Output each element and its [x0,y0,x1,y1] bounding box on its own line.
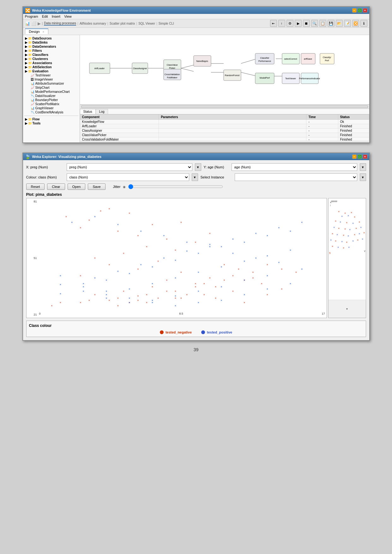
sidebar-item-scattermatrix[interactable]: 📈 ScatterPlotMatrix [28,102,78,106]
sidebar-item-imageviewer[interactable]: 🖼 ImageViewer [28,77,78,81]
toolbar-btn-3[interactable]: ⚙ [286,20,293,27]
toolbar-btn-12[interactable]: ℹ [360,20,367,27]
tab-processes[interactable]: Data mining processes [44,21,76,26]
tab-status[interactable]: Status [80,109,96,114]
toolbar-btn-11[interactable]: 🔀 [352,20,359,27]
svg-text:×: × [352,222,354,225]
kf-flow-canvas[interactable]: ArffLoader ClassAssigner ClassValue Pick… [80,35,369,105]
sidebar-item-stripchart[interactable]: 📈 StripChart [28,86,78,90]
x-axis-select[interactable]: preg (Num) [67,163,192,171]
sidebar-item-graphviewer[interactable]: 📊 GraphViewer [28,106,78,110]
instance-dropdown-btn[interactable]: ▼ [360,173,366,181]
sidebar-group-generators[interactable]: ▶ 📁 DataGenerators [24,45,78,49]
explorer-maximize-button[interactable]: □ [358,154,362,159]
toolbar-btn-6[interactable]: 🔍 [311,20,318,27]
toolbar-btn-10[interactable]: 📝 [344,20,351,27]
scatter-plot[interactable]: 81 51 21 ×××××××××××××××××××××××××××××××… [26,198,327,318]
jitter-radio[interactable]: ◉ [123,185,126,189]
svg-text:×: × [360,226,362,229]
scatter-point: × [152,282,153,285]
sidebar-item-boundary[interactable]: 📊 BoundaryPlotter [28,98,78,102]
scatter-point: × [140,230,142,232]
scatter-point: × [82,290,84,293]
tab-design[interactable]: Design × [25,28,49,34]
explorer-close-button[interactable]: × [363,154,367,159]
y-val-bot: 21 [27,313,37,316]
x-axis-dropdown-btn[interactable]: ▼ [195,163,201,171]
tab-simplecli[interactable]: Simple CLI [159,22,174,25]
toolbar-btn-5[interactable]: ⏹ [303,20,310,27]
instance-select[interactable] [235,173,357,181]
svg-text:×: × [338,227,340,230]
sidebar-item-modelperf[interactable]: 📊 ModelPerformanceChart [28,90,78,94]
scatter-point: × [281,288,282,291]
sidebar-group-attiselection[interactable]: ▶ 📁 AttiSelection [24,65,78,69]
sidebar-group-flow[interactable]: ▶ 📁 Flow [24,117,78,121]
sidebar-group-evaluation[interactable]: ▶ 📁 Evaluation [24,69,78,73]
jitter-slider[interactable] [128,184,223,189]
minimize-button[interactable]: − [352,8,357,13]
sidebar-group-filters[interactable]: ▶ 📁 Filters [24,49,78,53]
y-axis-select[interactable]: age (Num) [232,163,357,171]
svg-text:×: × [343,234,344,237]
sidebar-item-costbenefit[interactable]: 📉 CostBenefitAnalysis [28,110,78,114]
toolbar-btn-8[interactable]: 💾 [328,20,335,27]
colour-label-positive: tested_positive [207,330,232,334]
save-button[interactable]: Save [88,184,105,190]
svg-text:×: × [344,227,346,231]
chart-icon: 📈 [31,102,34,106]
svg-text:selectCorrect: selectCorrect [284,58,297,60]
sidebar-group-associations[interactable]: ▶ 📁 Associations [24,61,78,65]
toolbar-btn-4[interactable]: ▶ [295,20,302,27]
toolbar-btn-7[interactable]: 📋 [319,20,326,27]
colour-select[interactable]: class (Nom) [67,173,189,181]
tab-scatter[interactable]: Scatter plot matrix [110,22,135,25]
toolbar-btn-2[interactable]: ↑ [278,20,285,27]
colour-dot-positive [201,330,205,334]
scatter-point: × [157,297,159,299]
menu-edit[interactable]: Edit [42,15,48,18]
svg-text:×: × [335,239,336,243]
table-row: CrossValidationFoldMaker-Finished [80,137,369,141]
close-button[interactable]: × [363,8,367,13]
sidebar-item-attributesummarizer[interactable]: 📊 AttributeSummarizer [28,81,78,86]
toolbar-btn-1[interactable]: ⇤ [270,20,277,27]
menu-insert[interactable]: Insert [52,15,61,18]
kf-right-toolbar: ⇤ ↑ ⚙ ▶ ⏹ 🔍 📋 💾 📂 📝 🔀 ℹ [270,20,367,27]
tab-sql[interactable]: SQL Viewer [138,22,155,25]
sidebar-group-datasources[interactable]: ▶ 📁 DataSources [24,36,78,40]
sidebar-item-testviewer[interactable]: 📈 TestViewer [28,73,78,77]
y-axis-dropdown-btn[interactable]: ▼ [360,163,366,171]
sidebar-group-clusterers[interactable]: ▶ 📁 Clusterers [24,57,78,61]
open-button[interactable]: Open [68,184,86,190]
scatter-point: × [129,297,130,299]
colour-dropdown-btn[interactable]: ▼ [192,173,198,181]
scatter-point: × [197,271,199,274]
scatter-point: × [137,234,139,237]
sidebar-group-datasinks[interactable]: ▶ 📁 DataSinks [24,40,78,45]
menu-program[interactable]: Program [25,15,38,18]
sidebar-group-tools[interactable]: ▶ 📁 Tools [24,121,78,125]
table-row: ClassAssigner-Finished [80,129,369,133]
scatter-point: × [129,272,130,275]
scatter-point: × [220,245,222,248]
tab-allnodes[interactable]: AllNodes summary [80,22,106,25]
svg-text:×: × [354,215,355,219]
design-close-icon[interactable]: × [43,30,44,33]
svg-text:×: × [341,240,343,243]
menu-view[interactable]: View [64,15,72,18]
tab-log[interactable]: Log [96,109,108,114]
reset-button[interactable]: Reset [26,184,45,190]
toolbar-btn-9[interactable]: 📂 [336,20,343,27]
kf-menubar: Program Edit Insert View [23,14,369,19]
legend-scroll[interactable]: ▼ [346,308,348,310]
plot-drawing-area: ××××××××××××××××××××××××××××××××××××××××… [38,200,325,311]
sidebar-group-classifiers[interactable]: ▶ 📁 Classifiers [24,53,78,57]
maximize-button[interactable]: □ [358,8,362,13]
scatter-point: × [94,215,96,218]
clear-button[interactable]: Clear [47,184,65,190]
sidebar-item-datavisualizer[interactable]: 📉 DataVisualizer [28,94,78,98]
horizontal-scrollbar[interactable] [81,105,368,108]
scatter-point: × [195,241,196,244]
explorer-minimize-button[interactable]: − [352,154,357,159]
